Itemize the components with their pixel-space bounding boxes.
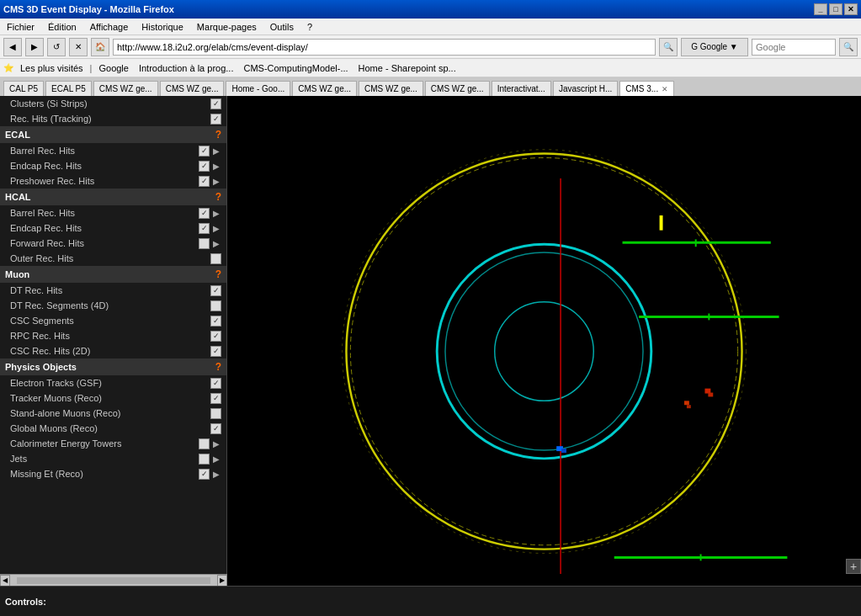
go-btn[interactable]: 🔍	[659, 38, 678, 56]
bottom-row: Controls:	[0, 586, 861, 616]
muon-question-icon[interactable]: ?	[215, 268, 221, 280]
tab-ecal-p5[interactable]: ECAL P5	[45, 81, 92, 96]
list-item-rec-hits-tracking: Rec. Hits (Tracking)	[0, 111, 226, 126]
controls-label: Controls:	[5, 597, 46, 607]
bookmark-visites[interactable]: Les plus visités	[17, 61, 87, 75]
section-header-physics: Physics Objects ?	[0, 358, 226, 375]
search-go-btn[interactable]: 🔍	[839, 38, 858, 56]
arrow-jets[interactable]: ▶	[211, 454, 221, 464]
scroll-right-btn[interactable]: ▶	[217, 575, 227, 587]
tab-cms-wz-2[interactable]: CMS WZ ge...	[160, 81, 225, 96]
checkbox-csc-segments[interactable]	[210, 316, 221, 327]
arrow-endcap-ecal[interactable]: ▶	[211, 161, 221, 171]
viz-scroll-filler	[227, 574, 861, 586]
menu-affichage[interactable]: Affichage	[87, 20, 132, 34]
address-bar[interactable]	[113, 39, 656, 56]
menu-help[interactable]: ?	[304, 20, 316, 34]
left-panel: Clusters (Si Strips) Rec. Hits (Tracking…	[0, 96, 227, 574]
tab-cms-wz-3[interactable]: CMS WZ ge...	[292, 81, 357, 96]
home-btn[interactable]: 🏠	[91, 38, 109, 56]
search-input[interactable]	[752, 39, 836, 56]
checkbox-barrel-ecal[interactable]	[199, 146, 210, 157]
checkbox-tracker-muons[interactable]	[210, 393, 221, 404]
checkbox-rechits-tracking[interactable]	[210, 114, 221, 125]
tab-javascript[interactable]: Javascript H...	[553, 81, 618, 96]
window-title: CMS 3D Event Display - Mozilla Firefox	[3, 4, 174, 14]
tab-cms-wz-1[interactable]: CMS WZ ge...	[93, 81, 158, 96]
checkbox-rpc-rec-hits[interactable]	[210, 331, 221, 342]
list-item-missing-et: Missing Et (Reco) ▶	[0, 466, 226, 481]
search-provider-btn[interactable]: G Google ▼	[681, 38, 748, 56]
arrow-missing-et[interactable]: ▶	[211, 469, 221, 479]
close-btn[interactable]: ✕	[844, 3, 858, 15]
checkbox-forward-hcal[interactable]	[199, 238, 210, 249]
tab-cms3-active[interactable]: CMS 3... ✕	[619, 81, 674, 96]
left-controls-bar: Controls:	[0, 586, 227, 616]
checkbox-barrel-hcal[interactable]	[199, 208, 210, 219]
checkbox-standalone-muons[interactable]	[210, 408, 221, 419]
checkbox-csc-rec-hits-2d[interactable]	[210, 346, 221, 357]
arrow-forward-hcal[interactable]: ▶	[211, 238, 221, 248]
list-item-jets: Jets ▶	[0, 451, 226, 466]
arrow-endcap-hcal[interactable]: ▶	[211, 223, 221, 233]
minimize-btn[interactable]: _	[814, 3, 827, 15]
tab-cms-wz-5[interactable]: CMS WZ ge...	[425, 81, 490, 96]
checkbox-jets[interactable]	[199, 454, 210, 465]
checkbox-dt-rec-hits[interactable]	[210, 285, 221, 296]
list-item-barrel-rec-hcal: Barrel Rec. Hits ▶	[0, 205, 226, 220]
bookmark-cms[interactable]: CMS-ComputingModel-...	[240, 61, 351, 75]
content-wrapper: Clusters (Si Strips) Rec. Hits (Tracking…	[0, 96, 861, 616]
svg-rect-20	[561, 449, 566, 453]
hcal-question-icon[interactable]: ?	[215, 191, 221, 203]
bookmark-intro[interactable]: Introduction à la prog...	[136, 61, 237, 75]
menu-bar: Fichier Édition Affichage Historique Mar…	[0, 19, 861, 35]
tab-cal-p5[interactable]: CAL P5	[3, 81, 44, 96]
tab-close-icon[interactable]: ✕	[662, 85, 668, 93]
menu-edition[interactable]: Édition	[45, 20, 80, 34]
menu-fichier[interactable]: Fichier	[3, 20, 38, 34]
arrow-barrel-hcal[interactable]: ▶	[211, 208, 221, 218]
bookmark-google[interactable]: Google	[95, 61, 131, 75]
checkbox-electron-tracks[interactable]	[210, 378, 221, 389]
forward-btn[interactable]: ▶	[25, 38, 44, 56]
checkbox-endcap-ecal[interactable]	[199, 161, 210, 172]
maximize-btn[interactable]: □	[829, 3, 842, 15]
add-btn[interactable]: +	[846, 559, 861, 574]
arrow-cal-energy[interactable]: ▶	[211, 438, 221, 449]
stop-btn[interactable]: ✕	[69, 38, 88, 56]
bookmarks-bar: ⭐ Les plus visités | Google Introduction…	[0, 59, 861, 77]
menu-marque-pages[interactable]: Marque-pages	[194, 20, 260, 34]
tab-cms-wz-4[interactable]: CMS WZ ge...	[359, 81, 423, 96]
list-item-csc-rec-hits-2d: CSC Rec. Hits (2D)	[0, 343, 226, 358]
bookmark-home[interactable]: Home - Sharepoint sp...	[355, 61, 460, 75]
checkbox-missing-et[interactable]	[199, 469, 210, 480]
back-btn[interactable]: ◀	[3, 38, 22, 56]
arrow-preshower[interactable]: ▶	[211, 176, 221, 186]
checkbox-cal-energy[interactable]	[199, 438, 210, 449]
menu-historique[interactable]: Historique	[138, 20, 187, 34]
menu-outils[interactable]: Outils	[267, 20, 297, 34]
ecal-question-icon[interactable]: ?	[215, 129, 221, 141]
svg-rect-16	[687, 405, 691, 408]
right-controls-bar	[227, 586, 861, 616]
list-item-endcap-rec-hcal: Endcap Rec. Hits ▶	[0, 220, 226, 236]
arrow-barrel-ecal[interactable]: ▶	[211, 146, 221, 156]
list-item-tracker-muons: Tracker Muons (Reco)	[0, 390, 226, 406]
reload-btn[interactable]: ↺	[47, 38, 66, 56]
checkbox-outer-hcal[interactable]	[210, 253, 221, 264]
list-item-preshower-rec: Preshower Rec. Hits ▶	[0, 173, 226, 189]
checkbox-clusters[interactable]	[210, 98, 221, 109]
viz-area[interactable]: +	[227, 96, 861, 574]
tab-home-goo[interactable]: Home - Goo...	[226, 81, 290, 96]
left-scroll-track[interactable]	[17, 577, 210, 584]
title-bar: CMS 3D Event Display - Mozilla Firefox _…	[0, 0, 861, 19]
physics-question-icon[interactable]: ?	[215, 361, 221, 373]
checkbox-preshower[interactable]	[199, 176, 210, 187]
tab-interactivat[interactable]: Interactivat...	[492, 81, 551, 96]
list-item-dt-rec-hits: DT Rec. Hits	[0, 283, 226, 298]
checkbox-endcap-hcal[interactable]	[199, 223, 210, 234]
checkbox-dt-rec-segments[interactable]	[210, 300, 221, 311]
scroll-left-btn[interactable]: ◀	[0, 575, 10, 587]
list-item-csc-segments: CSC Segments	[0, 313, 226, 328]
checkbox-global-muons[interactable]	[210, 423, 221, 434]
